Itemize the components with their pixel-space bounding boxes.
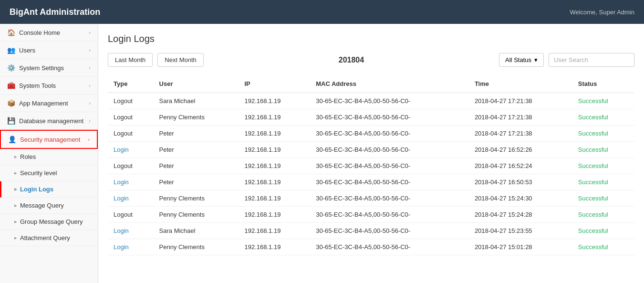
sub-chevron-icon: ▸: [14, 186, 17, 192]
cell-mac: 30-65-EC-3C-B4-A5,00-50-56-C0-: [310, 109, 469, 126]
cell-ip: 192.168.1.19: [239, 223, 310, 239]
col-ip: IP: [239, 75, 310, 93]
main-content: Login Logs Last Month Next Month 201804 …: [98, 24, 644, 283]
cell-user: Penny Clements: [154, 207, 239, 223]
cell-time: 2018-04-27 16:52:24: [469, 158, 572, 174]
subitem-label-attachment-query: Attachment Query: [20, 234, 70, 241]
cell-mac: 30-65-EC-3C-B4-A5,00-50-56-C0-: [310, 223, 469, 239]
cell-mac: 30-65-EC-3C-B4-A5,00-50-56-C0-: [310, 93, 469, 109]
sub-chevron-icon: ▸: [14, 170, 17, 176]
subitem-label-security-level: Security level: [20, 169, 57, 177]
sidebar-subitem-attachment-query[interactable]: ▸ Attachment Query: [0, 230, 98, 246]
cell-ip: 192.168.1.19: [239, 158, 310, 174]
cell-ip: 192.168.1.19: [239, 239, 310, 255]
user-search-input[interactable]: [549, 53, 634, 67]
table-row: Login Penny Clements 192.168.1.19 30-65-…: [108, 239, 634, 255]
cell-time: 2018-04-27 16:52:26: [469, 142, 572, 158]
table-row: Login Penny Clements 192.168.1.19 30-65-…: [108, 190, 634, 207]
cell-user: Peter: [154, 174, 239, 190]
table-row: Login Peter 192.168.1.19 30-65-EC-3C-B4-…: [108, 142, 634, 158]
cell-user: Sara Michael: [154, 93, 239, 109]
cell-status: Successful: [572, 109, 634, 126]
chevron-icon: ›: [89, 47, 91, 53]
cell-time: 2018-04-27 15:24:28: [469, 207, 572, 223]
cell-status: Successful: [572, 190, 634, 207]
cell-type: Login: [108, 190, 154, 207]
cell-user: Peter: [154, 126, 239, 142]
subitem-label-message-query: Message Query: [20, 202, 64, 209]
table-row: Login Peter 192.168.1.19 30-65-EC-3C-B4-…: [108, 174, 634, 190]
last-month-button[interactable]: Last Month: [108, 53, 153, 67]
security-management-icon: 👤: [8, 136, 16, 143]
sidebar-item-users[interactable]: 👥 Users ›: [0, 42, 98, 59]
col-user: User: [154, 75, 239, 93]
table-row: Logout Sara Michael 192.168.1.19 30-65-E…: [108, 93, 634, 109]
welcome-message: Welcome, Super Admin: [570, 9, 634, 16]
cell-type: Logout: [108, 207, 154, 223]
table-row: Login Sara Michael 192.168.1.19 30-65-EC…: [108, 223, 634, 239]
cell-status: Successful: [572, 142, 634, 158]
cell-ip: 192.168.1.19: [239, 207, 310, 223]
cell-time: 2018-04-27 17:21:38: [469, 109, 572, 126]
cell-type: Login: [108, 174, 154, 190]
table-row: Logout Penny Clements 192.168.1.19 30-65…: [108, 109, 634, 126]
cell-type: Logout: [108, 93, 154, 109]
cell-status: Successful: [572, 223, 634, 239]
col-type: Type: [108, 75, 154, 93]
sidebar-item-app-management[interactable]: 📦 App Management ›: [0, 94, 98, 112]
subitem-label-login-logs: Login Logs: [20, 186, 53, 193]
sidebar-item-console-home[interactable]: 🏠 Console Home ›: [0, 24, 98, 42]
sidebar-label-system-tools: System Tools: [19, 82, 56, 89]
cell-time: 2018-04-27 16:50:53: [469, 174, 572, 190]
system-settings-icon: ⚙️: [7, 64, 15, 72]
next-month-button[interactable]: Next Month: [157, 53, 203, 67]
cell-type: Login: [108, 142, 154, 158]
cell-ip: 192.168.1.19: [239, 93, 310, 109]
cell-user: Penny Clements: [154, 239, 239, 255]
cell-time: 2018-04-27 17:21:38: [469, 93, 572, 109]
sidebar-label-app-management: App Management: [19, 100, 68, 107]
sidebar-item-system-tools[interactable]: 🧰 System Tools ›: [0, 77, 98, 94]
cell-mac: 30-65-EC-3C-B4-A5,00-50-56-C0-: [310, 190, 469, 207]
cell-type: Login: [108, 223, 154, 239]
chevron-icon: ›: [89, 100, 91, 106]
chevron-icon: ›: [89, 30, 91, 35]
status-dropdown[interactable]: All Status ▾: [499, 53, 544, 67]
subitem-label-group-message-query: Group Message Query: [20, 218, 83, 225]
sub-chevron-icon: ▸: [14, 202, 17, 209]
cell-status: Successful: [572, 174, 634, 190]
logs-table: Type User IP MAC Address Time Status Log…: [108, 75, 634, 255]
cell-user: Penny Clements: [154, 190, 239, 207]
dropdown-chevron: ▾: [534, 56, 538, 63]
sidebar-label-users: Users: [19, 47, 35, 54]
cell-mac: 30-65-EC-3C-B4-A5,00-50-56-C0-: [310, 239, 469, 255]
sidebar-subitem-login-logs[interactable]: ▸ Login Logs: [0, 181, 98, 198]
sidebar-subitem-security-level[interactable]: ▸ Security level: [0, 165, 98, 181]
sidebar-label-system-settings: System Settings: [19, 64, 64, 72]
cell-time: 2018-04-27 15:23:55: [469, 223, 572, 239]
header: BigAnt Administration Welcome, Super Adm…: [0, 0, 644, 24]
table-row: Logout Penny Clements 192.168.1.19 30-65…: [108, 207, 634, 223]
cell-mac: 30-65-EC-3C-B4-A5,00-50-56-C0-: [310, 158, 469, 174]
sidebar-item-database-management[interactable]: 💾 Database management ›: [0, 112, 98, 130]
sidebar-subitem-group-message-query[interactable]: ▸ Group Message Query: [0, 214, 98, 230]
current-month: 201804: [208, 56, 494, 64]
cell-user: Peter: [154, 142, 239, 158]
cell-status: Successful: [572, 207, 634, 223]
sub-chevron-icon: ▸: [14, 219, 17, 225]
cell-time: 2018-04-27 15:01:28: [469, 239, 572, 255]
sidebar: 🏠 Console Home › 👥 Users › ⚙️ System Set…: [0, 24, 98, 283]
sidebar-subitem-roles[interactable]: ▸ Roles: [0, 149, 98, 165]
cell-time: 2018-04-27 15:24:30: [469, 190, 572, 207]
cell-time: 2018-04-27 17:21:38: [469, 126, 572, 142]
sidebar-item-system-settings[interactable]: ⚙️ System Settings ›: [0, 59, 98, 77]
layout: 🏠 Console Home › 👥 Users › ⚙️ System Set…: [0, 24, 644, 283]
cell-ip: 192.168.1.19: [239, 190, 310, 207]
sidebar-label-database-management: Database management: [19, 117, 83, 125]
col-status: Status: [572, 75, 634, 93]
table-header-row: Type User IP MAC Address Time Status: [108, 75, 634, 93]
chevron-icon: ›: [89, 118, 91, 124]
cell-ip: 192.168.1.19: [239, 174, 310, 190]
sidebar-subitem-message-query[interactable]: ▸ Message Query: [0, 198, 98, 214]
sidebar-item-security-management[interactable]: 👤 Security management ›: [0, 130, 98, 149]
